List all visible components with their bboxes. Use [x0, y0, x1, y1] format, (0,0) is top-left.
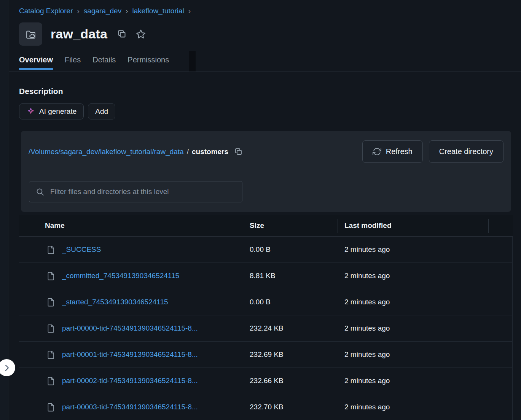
breadcrumb-separator-icon: › [184, 7, 195, 15]
path-bar: /Volumes/sagara_dev/lakeflow_tutorial/ra… [29, 140, 503, 163]
file-name-link[interactable]: _SUCCESS [62, 245, 101, 254]
current-directory-label: customers [192, 148, 228, 156]
column-divider [245, 219, 245, 233]
breadcrumb-sagara-dev[interactable]: sagara_dev [84, 7, 121, 15]
tab-details[interactable]: Details [92, 56, 116, 70]
catalog-explorer-page: Catalog Explorer › sagara_dev › lakeflow… [0, 0, 521, 420]
tab-permissions[interactable]: Permissions [127, 56, 169, 70]
title-row: raw_data [19, 22, 147, 46]
table-row[interactable]: _started_7453491390346524115 0.00 B 2 mi… [19, 289, 512, 315]
chevron-right-icon [2, 363, 11, 372]
ai-generate-button[interactable]: AI generate [19, 103, 84, 119]
file-last-modified: 2 minutes ago [338, 350, 512, 359]
breadcrumb-separator-icon: › [73, 7, 84, 15]
tab-strip-shadow [189, 51, 196, 72]
file-size: 232.24 KB [245, 324, 338, 332]
path-separator: / [184, 148, 192, 156]
tab-bar-divider [9, 72, 521, 72]
create-directory-label: Create directory [439, 147, 493, 156]
file-icon [47, 271, 55, 281]
refresh-label: Refresh [386, 147, 413, 156]
file-name-link[interactable]: part-00001-tid-7453491390346524115-8... [62, 350, 198, 359]
star-icon [135, 29, 147, 40]
panel-actions: Refresh Create directory [362, 140, 503, 163]
file-last-modified: 2 minutes ago [338, 298, 512, 306]
column-header-name[interactable]: Name [19, 221, 245, 230]
breadcrumb: Catalog Explorer › sagara_dev › lakeflow… [19, 7, 195, 15]
file-name-link[interactable]: _started_7453491390346524115 [62, 298, 168, 306]
column-header-size[interactable]: Size [245, 221, 338, 230]
volume-icon-box [19, 22, 42, 46]
column-divider [338, 219, 338, 233]
copy-name-button[interactable] [116, 29, 127, 39]
file-size: 232.70 KB [245, 403, 338, 411]
file-icon [47, 350, 55, 360]
refresh-icon [373, 147, 381, 156]
file-icon [47, 298, 55, 307]
description-actions: AI generate Add [19, 103, 115, 119]
table-row[interactable]: _committed_7453491390346524115 8.81 KB 2… [19, 263, 512, 289]
table-row[interactable]: part-00000-tid-7453491390346524115-8... … [19, 315, 512, 342]
copy-icon [116, 29, 127, 39]
file-size: 232.69 KB [245, 350, 338, 359]
tab-overview[interactable]: Overview [19, 56, 53, 70]
table-row[interactable]: part-00002-tid-7453491390346524115-8... … [19, 368, 512, 394]
column-header-last-modified[interactable]: Last modified [338, 221, 513, 230]
file-name-link[interactable]: part-00003-tid-7453491390346524115-8... [62, 403, 198, 411]
add-label: Add [95, 107, 108, 116]
file-last-modified: 2 minutes ago [338, 324, 512, 332]
file-last-modified: 2 minutes ago [338, 377, 512, 385]
breadcrumb-lakeflow-tutorial[interactable]: lakeflow_tutorial [132, 7, 184, 15]
favorite-star-button[interactable] [135, 29, 147, 40]
file-size: 0.00 B [245, 298, 338, 306]
ai-generate-label: AI generate [39, 107, 76, 116]
file-size: 8.81 KB [245, 272, 338, 280]
file-browser-panel: /Volumes/sagara_dev/lakeflow_tutorial/ra… [21, 131, 511, 212]
file-table-body: _SUCCESS 0.00 B 2 minutes ago _committed… [19, 237, 513, 420]
file-last-modified: 2 minutes ago [338, 245, 512, 254]
filter-input[interactable] [50, 188, 236, 196]
copy-path-button[interactable] [234, 147, 243, 156]
file-name-link[interactable]: part-00000-tid-7453491390346524115-8... [62, 324, 198, 332]
description-heading: Description [19, 87, 63, 96]
tab-files[interactable]: Files [65, 56, 81, 70]
file-size: 0.00 B [245, 245, 338, 254]
table-row[interactable]: part-00003-tid-7453491390346524115-8... … [19, 394, 512, 420]
file-icon [47, 324, 55, 333]
breadcrumb-separator-icon: › [121, 7, 132, 15]
expand-sidebar-button[interactable] [0, 359, 15, 376]
copy-icon [234, 147, 243, 156]
file-name-link[interactable]: _committed_7453491390346524115 [62, 272, 179, 280]
refresh-button[interactable]: Refresh [362, 140, 423, 163]
file-icon [47, 376, 55, 386]
table-row[interactable]: _SUCCESS 0.00 B 2 minutes ago [19, 237, 512, 263]
table-row[interactable]: part-00001-tid-7453491390346524115-8... … [19, 342, 512, 368]
file-last-modified: 2 minutes ago [338, 272, 512, 280]
file-icon [47, 402, 55, 412]
add-description-button[interactable]: Add [88, 103, 115, 119]
volume-folder-cloud-icon [25, 28, 37, 40]
collapsed-sidebar-rail [0, 0, 8, 420]
file-icon [47, 245, 55, 255]
file-table: Name Size Last modified _SUCCESS 0.00 B … [19, 215, 513, 420]
file-size: 232.66 KB [245, 377, 338, 385]
create-directory-button[interactable]: Create directory [429, 140, 503, 163]
file-name-link[interactable]: part-00002-tid-7453491390346524115-8... [62, 377, 198, 385]
tab-bar: Overview Files Details Permissions [19, 56, 169, 70]
file-last-modified: 2 minutes ago [338, 403, 512, 411]
column-divider [488, 219, 489, 233]
ai-sparkle-icon [26, 107, 35, 116]
filter-input-container [29, 181, 242, 202]
file-table-header: Name Size Last modified [19, 215, 513, 237]
breadcrumb-catalog-explorer[interactable]: Catalog Explorer [19, 7, 73, 15]
volume-path-link[interactable]: /Volumes/sagara_dev/lakeflow_tutorial/ra… [29, 148, 184, 156]
search-icon [35, 187, 45, 197]
page-title: raw_data [51, 27, 107, 41]
